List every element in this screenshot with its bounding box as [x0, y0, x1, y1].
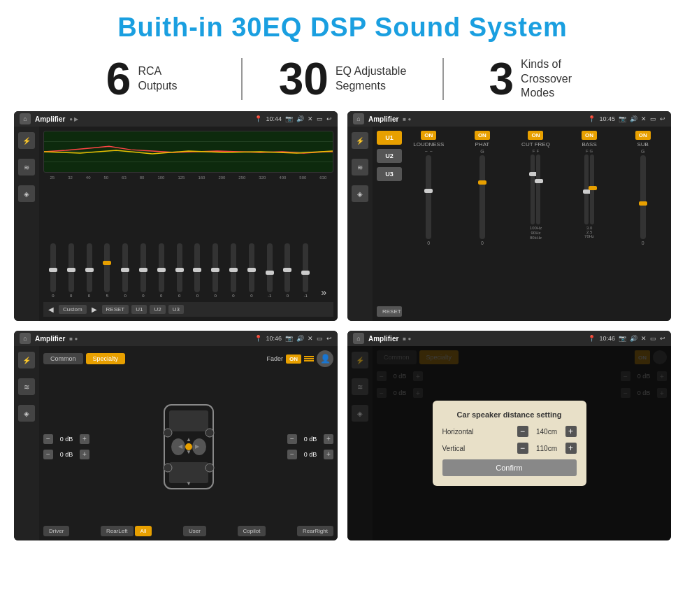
dialog-home-icon[interactable]: ⌂ [353, 333, 364, 344]
user-btn[interactable]: User [183, 526, 206, 536]
eq-slider-8[interactable]: 0 [171, 243, 188, 298]
eq-slider-2[interactable]: 0 [63, 243, 80, 298]
svg-text:▼: ▼ [186, 480, 192, 487]
eq-slider-7[interactable]: 0 [153, 243, 170, 298]
stat-number-3: 3 [489, 57, 514, 101]
preset-u1[interactable]: U1 [377, 131, 402, 145]
dialog-screen-title: Amplifier [368, 335, 398, 343]
horizontal-plus-btn[interactable]: + [565, 426, 577, 437]
eq-slider-6[interactable]: 0 [135, 243, 152, 298]
eq-slider-11[interactable]: 0 [225, 243, 242, 298]
bass-label: BASS [575, 141, 603, 148]
sub-on[interactable]: ON [635, 131, 651, 140]
svg-point-17 [206, 464, 214, 472]
eq-custom-btn[interactable]: Custom [59, 305, 87, 314]
eq-sidebar-icon-2[interactable]: ≋ [18, 159, 35, 176]
db-minus-bl[interactable]: − [43, 450, 53, 459]
db-control-bl: − 0 dB + [43, 450, 89, 459]
eq-slider-3[interactable]: 0 [81, 243, 98, 298]
crossover-status-bar: ⌂ Amplifier ■ ● 📍10:45📷🔊✕▭↩ [347, 111, 671, 127]
dialog-status-right: 📍10:46📷🔊✕▭↩ [588, 335, 665, 342]
profile-icon[interactable]: 👤 [317, 350, 333, 367]
eq-play-btn[interactable]: ▶ [89, 306, 99, 313]
driver-btn[interactable]: Driver [43, 526, 69, 536]
db-minus-tr[interactable]: − [287, 434, 297, 444]
eq-back-icon[interactable]: ↩ [326, 115, 332, 122]
cutfreq-on[interactable]: ON [528, 131, 543, 140]
eq-slider-15[interactable]: -1 [297, 243, 314, 298]
fader-sidebar-icon-1[interactable]: ⚡ [18, 352, 35, 368]
horizontal-minus-btn[interactable]: − [517, 426, 528, 437]
db-value-br: 0 dB [300, 451, 321, 458]
eq-slider-9[interactable]: 0 [189, 243, 206, 298]
eq-slider-1[interactable]: 0 [45, 243, 62, 298]
confirm-btn[interactable]: Confirm [442, 459, 577, 476]
fader-sidebar-icon-3[interactable]: ◈ [18, 405, 35, 422]
all-btn[interactable]: All [135, 526, 152, 536]
stat-label-crossover: Kinds ofCrossover Modes [521, 57, 598, 101]
vertical-plus-btn[interactable]: + [565, 443, 577, 454]
fader-dots: ■ ● [69, 336, 78, 342]
crossover-screen-card: ⌂ Amplifier ■ ● 📍10:45📷🔊✕▭↩ ⚡ ≋ ◈ U1 U2 … [347, 111, 671, 321]
common-tab[interactable]: Common [43, 353, 83, 364]
vertical-minus-btn[interactable]: − [517, 443, 528, 454]
svg-point-16 [164, 464, 172, 472]
db-minus-br[interactable]: − [287, 450, 297, 459]
eq-prev-btn[interactable]: ◀ [46, 306, 56, 313]
eq-reset-btn[interactable]: RESET [102, 305, 129, 314]
eq-slider-5[interactable]: 0 [117, 243, 134, 298]
eq-slider-10[interactable]: 0 [207, 243, 224, 298]
crossover-sidebar-icon-3[interactable]: ◈ [352, 185, 368, 202]
phat-on[interactable]: ON [475, 131, 490, 140]
screens-grid: ⌂ Amplifier ● ▶ 📍 10:44 📷 🔊 ✕ ▭ ↩ ⚡ ≋ ◈ [0, 111, 685, 547]
eq-more-icon[interactable]: » [315, 266, 332, 298]
fader-status-right: 📍10:46📷🔊✕▭↩ [254, 335, 332, 342]
db-plus-tl[interactable]: + [80, 434, 89, 444]
svg-text:▲: ▲ [186, 436, 192, 443]
eq-sidebar-icon-1[interactable]: ⚡ [18, 132, 35, 149]
fader-tabs-row: Common Specialty Fader ON 👤 [43, 350, 333, 367]
rearright-btn[interactable]: RearRight [297, 526, 333, 536]
db-plus-br[interactable]: + [324, 450, 333, 459]
rearleft-btn[interactable]: RearLeft [101, 526, 134, 536]
eq-slider-12[interactable]: 0 [243, 243, 260, 298]
preset-u3[interactable]: U3 [377, 167, 402, 181]
crossover-sidebar-icon-2[interactable]: ≋ [352, 159, 368, 176]
eq-dots: ● ▶ [69, 116, 78, 122]
stat-label-rca: RCAOutputs [138, 64, 177, 94]
bass-on[interactable]: ON [582, 131, 597, 140]
db-control-br: − 0 dB + [287, 450, 333, 459]
fader-left-sidebar: ⚡ ≋ ◈ [14, 346, 39, 540]
eq-slider-14[interactable]: 0 [280, 243, 296, 298]
eq-slider-13[interactable]: -1 [261, 243, 278, 298]
copilot-btn[interactable]: Copilot [238, 526, 266, 536]
crossover-title: Amplifier [368, 115, 398, 123]
fader-label: Fader [266, 355, 283, 362]
fader-sidebar-icon-2[interactable]: ≋ [18, 378, 35, 395]
db-plus-tr[interactable]: + [324, 434, 333, 444]
svg-point-7 [192, 438, 206, 455]
crossover-sidebar-icon-1[interactable]: ⚡ [352, 132, 368, 149]
db-minus-tl[interactable]: − [43, 434, 53, 444]
eq-u3-btn[interactable]: U3 [168, 305, 184, 314]
loudness-on[interactable]: ON [421, 131, 436, 140]
eq-sidebar-icon-3[interactable]: ◈ [18, 185, 35, 202]
fader-screen-card: ⌂ Amplifier ■ ● 📍10:46📷🔊✕▭↩ ⚡ ≋ ◈ Common… [14, 331, 338, 540]
eq-slider-4[interactable]: 5 [99, 243, 115, 298]
preset-u2[interactable]: U2 [377, 149, 402, 163]
fader-main: Common Specialty Fader ON 👤 [39, 346, 338, 540]
crossover-reset[interactable]: RESET [377, 306, 402, 317]
stats-row: 6 RCAOutputs 30 EQ AdjustableSegments 3 … [0, 50, 685, 111]
loudness-label: LOUDNESS [413, 141, 444, 148]
fader-home-icon[interactable]: ⌂ [20, 333, 31, 344]
eq-u1-btn[interactable]: U1 [131, 305, 147, 314]
eq-status-right: 📍 10:44 📷 🔊 ✕ ▭ ↩ [254, 115, 332, 122]
crossover-home-icon[interactable]: ⌂ [353, 113, 364, 124]
home-icon[interactable]: ⌂ [20, 113, 31, 124]
db-plus-bl[interactable]: + [80, 450, 89, 459]
eq-u2-btn[interactable]: U2 [150, 305, 165, 314]
crossover-presets: U1 U2 U3 RESET [377, 131, 402, 317]
page-title: Buith-in 30EQ DSP Sound System [0, 0, 685, 50]
specialty-tab[interactable]: Specialty [86, 353, 126, 364]
fader-on-btn[interactable]: ON [286, 354, 301, 364]
